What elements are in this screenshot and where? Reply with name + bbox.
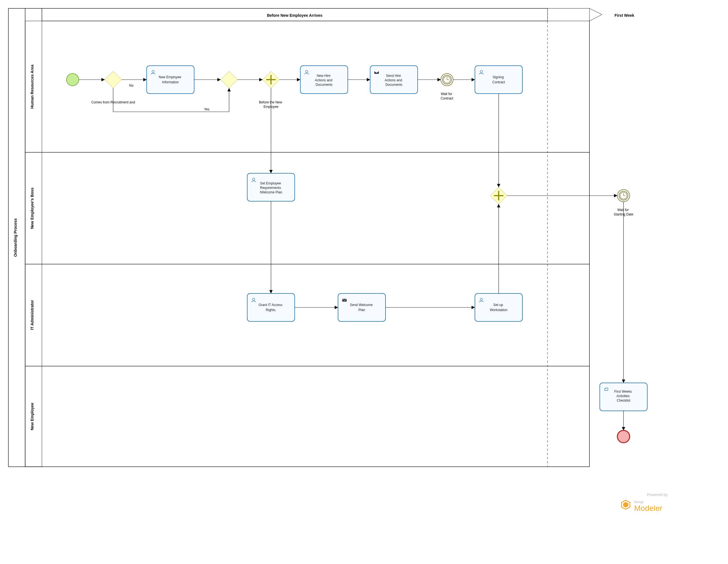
task-new-hire-docs-label: New Hire Actions and Documents: [315, 74, 333, 87]
timer-wait-contract: [441, 73, 453, 86]
lane-hr-title: Human Resources Area: [30, 65, 34, 109]
svg-rect-12: [475, 66, 522, 94]
start-event: [66, 73, 79, 86]
footer-powered: Powered by: [647, 492, 668, 497]
task-grant-it: Grant IT Access Rights.: [247, 294, 295, 322]
lane-boss-title: New Employee's Boss: [30, 187, 34, 229]
task-first-weeks-checklist: First Weeks Activities Checklist: [600, 383, 647, 411]
footer-brand: Modeler: [634, 504, 662, 513]
gateway-parallel-split: [263, 71, 279, 88]
timer-wait-start: [617, 189, 630, 202]
lane-it-title: IT Administrator: [30, 300, 34, 330]
task-setup-workstation: Set up Workstation: [475, 294, 522, 322]
svg-rect-25: [338, 294, 386, 322]
lane-boss: [25, 152, 589, 264]
svg-rect-23: [247, 294, 295, 322]
label-yes: Yes: [204, 107, 210, 111]
gateway-recruitment: [105, 71, 122, 88]
timer-contract-label: Wait for Contract: [441, 92, 453, 100]
task-send-hire-docs-label: Send Hire Actions and Documents: [385, 74, 403, 87]
footer-logo-icon: [622, 500, 630, 509]
lane-emp-title: New Employee: [30, 403, 34, 430]
task-checklist-label: First Weeks Activities Checklist: [614, 390, 633, 403]
phase-before-label: Before New Employee Arrives: [267, 13, 323, 18]
send-icon: [342, 299, 347, 302]
task-signing-contract: Signing Contract: [475, 66, 522, 94]
lane-emp: [25, 366, 589, 467]
task-send-welcome-plan: Send Welcome Plan: [338, 294, 386, 322]
phase-chevron-end: [589, 8, 602, 21]
gateway-parallel-join: [490, 187, 507, 204]
task-set-requirements: Set Employee Requirements /Welcome Plan: [247, 173, 295, 201]
svg-rect-0: [147, 66, 194, 94]
end-event: [617, 430, 630, 443]
phase-first-label: First Week: [615, 13, 634, 18]
task-set-requirements-label: Set Employee Requirements /Welcome Plan: [260, 181, 282, 194]
task-send-hire-docs: Send Hire Actions and Documents: [370, 66, 418, 94]
gateway-merge: [221, 71, 237, 88]
pool-title: Onboarding Process: [13, 218, 18, 257]
task-new-hire-docs: New Hire Actions and Documents: [300, 66, 348, 94]
svg-rect-26: [475, 294, 522, 322]
task-new-emp-info: New Employee Information: [147, 66, 194, 94]
footer-brand-small: bizagi: [634, 500, 644, 504]
label-no: No: [129, 84, 134, 87]
